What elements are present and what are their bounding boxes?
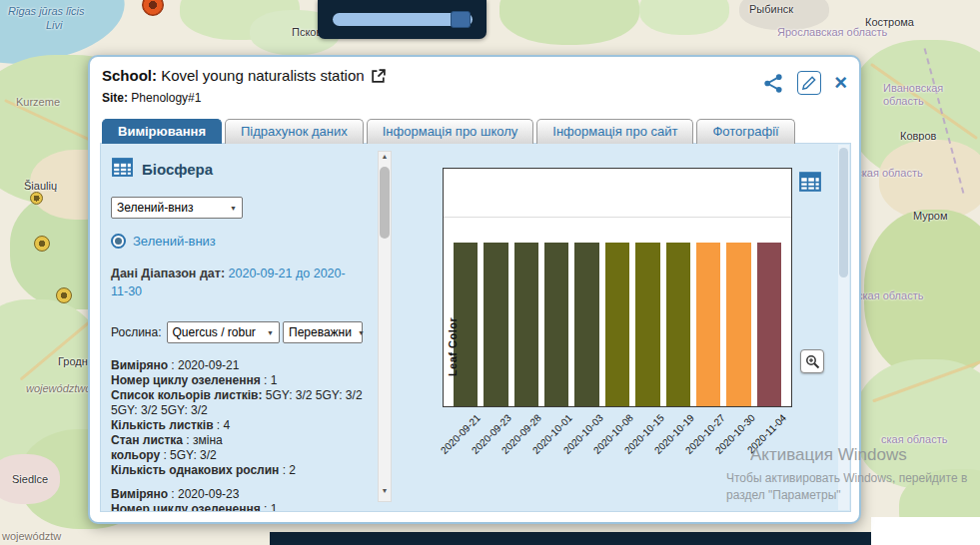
- map-label-city: Кострома: [865, 16, 914, 28]
- table-icon: [798, 170, 822, 194]
- magnifier-plus-icon: [805, 354, 820, 369]
- leaf-color-chart: Leaf Color: [443, 168, 792, 407]
- tab-measurements[interactable]: Вимірювання: [102, 119, 222, 144]
- chevron-down-icon: ▼: [267, 329, 274, 336]
- section-title: Біосфера: [142, 161, 213, 178]
- measurement-records: Виміряно : 2020-09-21 Номер циклу озелен…: [111, 358, 365, 511]
- tab-data-count[interactable]: Підрахунок даних: [225, 119, 364, 144]
- map-label-city: Šiaulių: [24, 180, 57, 192]
- chart-zoom-button[interactable]: [800, 349, 824, 373]
- map-label-region: Ивановская область: [883, 82, 957, 108]
- variant-select[interactable]: Переважни ▼: [283, 321, 363, 343]
- school-label: School:: [102, 67, 157, 84]
- time-slider-track[interactable]: [333, 13, 473, 26]
- chart-bar: [484, 243, 507, 406]
- time-slider-handle[interactable]: [451, 11, 471, 28]
- windows-activation-watermark: Активация Windows: [750, 445, 907, 465]
- protocol-select[interactable]: Зелений-вниз ▼: [111, 197, 243, 219]
- map-label-region: ская область: [881, 433, 947, 445]
- measurements-panel: Біосфера Зелений-вниз ▼ Зелений-вниз Дан…: [101, 144, 395, 511]
- map-forest-patch: [499, 0, 639, 45]
- chart-bars: [454, 169, 781, 406]
- chart-bar: [544, 243, 568, 406]
- panel-scrollbar[interactable]: ▲ ▼: [378, 151, 392, 502]
- map-label-region: Kurzeme: [16, 96, 60, 108]
- tab-photos[interactable]: Фотографії: [696, 119, 794, 144]
- scroll-down-icon[interactable]: ▼: [379, 487, 391, 500]
- chart-x-axis: 2020-09-21 2020-09-23 2020-09-28 2020-10…: [443, 410, 792, 472]
- school-name: Kovel young naturalists station: [161, 67, 364, 84]
- date-range: Дані Діапазон дат: 2020-09-21 до 2020-11…: [111, 265, 361, 300]
- map-forest-patch: [639, 0, 729, 35]
- chart-bar: [696, 243, 720, 406]
- map-cluster-marker[interactable]: [142, 0, 164, 16]
- map-label-region: województw: [2, 530, 61, 542]
- map-site-marker[interactable]: [56, 287, 72, 303]
- greendown-radio-label: Зелений-вниз: [133, 234, 216, 249]
- chart-bar: [635, 243, 659, 406]
- chart-bar: [605, 243, 629, 406]
- app-window: Rīgas jūras līcis Livi Kurzeme Šiaulių Г…: [0, 0, 980, 545]
- map-site-marker[interactable]: [34, 236, 50, 252]
- map-label-city: Муром: [913, 210, 947, 222]
- title-block: School: Kovel young naturalists station …: [102, 67, 387, 105]
- pencil-icon: [802, 76, 816, 90]
- tab-content: Біосфера Зелений-вниз ▼ Зелений-вниз Дан…: [100, 143, 851, 512]
- map-label-city: Рыбинск: [749, 3, 793, 15]
- scrollbar-thumb[interactable]: [839, 148, 848, 277]
- site-name: Phenology#1: [131, 91, 201, 105]
- close-button[interactable]: ×: [834, 74, 847, 92]
- site-detail-modal: School: Kovel young naturalists station …: [88, 55, 861, 524]
- scroll-up-icon[interactable]: ▲: [379, 153, 391, 166]
- open-external-icon[interactable]: [371, 68, 387, 84]
- chart-table-toggle-button[interactable]: [798, 170, 822, 198]
- map-label-water: Rīgas jūras līcis: [8, 5, 84, 17]
- tab-bar: Вимірювання Підрахунок даних Інформація …: [102, 119, 795, 144]
- map-label-water: Livi: [46, 19, 63, 31]
- windows-activation-watermark: Чтобы активировать Windows, перейдите в: [726, 471, 967, 485]
- chevron-down-icon: ▼: [358, 329, 365, 336]
- map-label-city: Siedlce: [12, 473, 48, 485]
- chevron-down-icon: ▼: [230, 205, 237, 212]
- map-label-region: ская область: [857, 289, 923, 301]
- tab-school-info[interactable]: Інформація про школу: [367, 119, 534, 144]
- scrollbar-thumb[interactable]: [380, 167, 390, 239]
- plant-label: Рослина:: [111, 325, 162, 339]
- greendown-radio[interactable]: [111, 234, 126, 249]
- share-button[interactable]: [763, 73, 784, 94]
- windows-activation-watermark: раздел "Параметры": [726, 488, 841, 502]
- chart-bar: [574, 243, 598, 406]
- time-slider: [318, 0, 487, 39]
- map-label-city: Ковров: [900, 130, 936, 142]
- map-site-marker[interactable]: [30, 192, 43, 205]
- chart-bar: [514, 243, 538, 406]
- chart-bar: [666, 243, 690, 406]
- chart-bar: [757, 243, 781, 406]
- bottom-white-panel: [871, 517, 980, 545]
- modal-header: School: Kovel young naturalists station …: [102, 67, 847, 105]
- chart-bar: [726, 243, 750, 406]
- chart-y-axis-label: Leaf Color: [447, 317, 459, 376]
- tab-site-info[interactable]: Інформація про сайт: [536, 119, 693, 144]
- table-icon: [111, 156, 134, 183]
- map-farmland-patch: [879, 140, 980, 220]
- plant-select[interactable]: Quercus / robur ▼: [167, 321, 281, 343]
- edit-button[interactable]: [797, 71, 821, 95]
- site-label: Site:: [102, 91, 128, 105]
